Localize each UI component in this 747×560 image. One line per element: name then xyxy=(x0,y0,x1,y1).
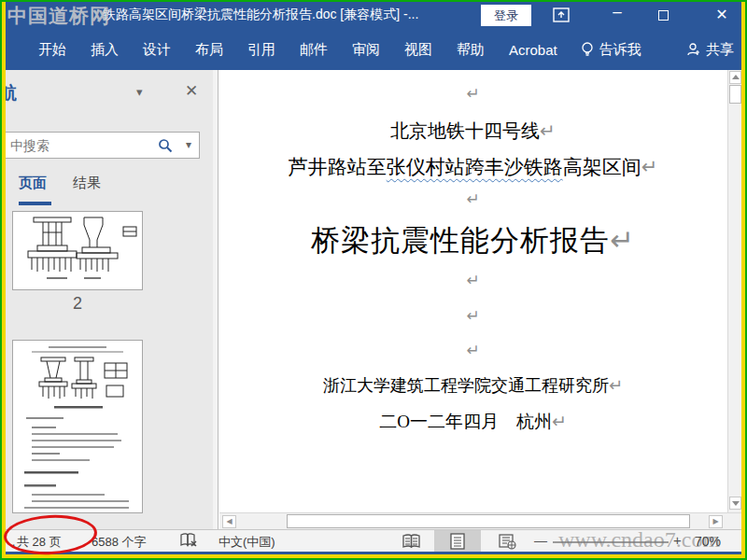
tell-me-box[interactable]: 告诉我 xyxy=(581,41,641,59)
vertical-scroll-thumb[interactable] xyxy=(729,85,741,104)
paragraph-mark: ↵ xyxy=(219,341,726,360)
vertical-scrollbar[interactable] xyxy=(727,70,741,512)
navigation-pane-title: 导航 xyxy=(6,81,17,109)
nav-tab-active-underline xyxy=(19,202,51,205)
page-thumbnail-2-number: 2 xyxy=(12,294,143,314)
window-body: 导航 ▾ ✕ 中搜索 ▾ 页面 结果 xyxy=(6,70,741,529)
scroll-up-button[interactable] xyxy=(729,71,741,84)
window-title: 铁路高架区间桥梁抗震性能分析报告.doc [兼容模式] -... xyxy=(103,7,418,23)
nav-search-input[interactable]: 中搜索 ▾ xyxy=(6,132,200,159)
paragraph-mark: ↵ xyxy=(219,306,726,326)
tab-design[interactable]: 设计 xyxy=(131,41,183,59)
doc-title: 桥梁抗震性能分析报告↵ xyxy=(219,221,726,260)
share-button[interactable]: 共享 xyxy=(686,41,734,59)
doc-line-date: 二О一二年四月 杭州↵ xyxy=(219,410,726,434)
sign-in-button[interactable]: 登录 xyxy=(481,5,531,26)
paragraph-mark: ↵ xyxy=(219,189,726,209)
tab-mailings[interactable]: 邮件 xyxy=(288,41,340,59)
page-thumbnail-2[interactable] xyxy=(12,211,143,290)
minimize-button[interactable]: – xyxy=(603,2,631,29)
document-canvas[interactable]: ↵ 北京地铁十四号线↵ 芦井路站至张仪村站跨丰沙铁路高架区间↵ ↵ 桥梁抗震性能… xyxy=(219,70,741,529)
spellcheck-wavy-underline: 张仪村站跨丰沙铁路 xyxy=(387,156,563,178)
tell-me-label: 告诉我 xyxy=(599,41,641,59)
doc-line-institute: 浙江大学建筑工程学院交通工程研究所↵ xyxy=(219,374,726,397)
tab-home[interactable]: 开始 xyxy=(26,41,78,59)
share-label: 共享 xyxy=(706,41,734,59)
ribbon-display-options-icon[interactable] xyxy=(553,7,570,22)
paragraph-mark: ↵ xyxy=(219,271,726,290)
zoom-out-button[interactable]: — xyxy=(534,533,547,548)
watermark-top-left: 中国道桥网 xyxy=(7,3,110,29)
status-language[interactable]: 中文(中国) xyxy=(218,534,275,551)
nav-tab-results[interactable]: 结果 xyxy=(73,175,101,192)
down-arrow-icon xyxy=(732,501,740,506)
title-bar: 铁路高架区间桥梁抗震性能分析报告.doc [兼容模式] -... 登录 – ✕ xyxy=(6,2,741,29)
doc-line-section: 芦井路站至张仪村站跨丰沙铁路高架区间↵ xyxy=(219,154,726,180)
tab-insert[interactable]: 插入 xyxy=(78,41,131,59)
screenshot-inner-border: 铁路高架区间桥梁抗震性能分析报告.doc [兼容模式] -... 登录 – ✕ … xyxy=(2,2,745,558)
tab-acrobat[interactable]: Acrobat xyxy=(497,42,570,58)
nav-close-icon[interactable]: ✕ xyxy=(185,81,198,101)
print-layout-button[interactable] xyxy=(434,530,481,553)
close-button[interactable]: ✕ xyxy=(706,2,738,29)
nav-search-text: 中搜索 xyxy=(10,138,49,155)
status-word-count[interactable]: 6588 个字 xyxy=(92,534,147,551)
page-thumbnail-3[interactable] xyxy=(12,340,143,513)
tab-review[interactable]: 审阅 xyxy=(340,41,392,59)
search-icon[interactable] xyxy=(158,138,173,153)
nav-pane-scrollbar[interactable] xyxy=(213,70,218,529)
tab-layout[interactable]: 布局 xyxy=(183,41,235,59)
annotation-frame: 铁路高架区间桥梁抗震性能分析报告.doc [兼容模式] -... 登录 – ✕ … xyxy=(0,0,747,560)
tab-references[interactable]: 引用 xyxy=(235,41,288,59)
horizontal-scroll-thumb[interactable] xyxy=(287,514,690,528)
nav-options-dropdown-icon[interactable]: ▾ xyxy=(136,85,143,99)
paragraph-mark: ↵ xyxy=(219,84,726,104)
up-arrow-icon xyxy=(732,75,740,79)
nav-tabs: 页面 结果 xyxy=(19,175,101,192)
tab-view[interactable]: 视图 xyxy=(392,41,444,59)
navigation-pane: 导航 ▾ ✕ 中搜索 ▾ 页面 结果 xyxy=(6,70,218,529)
maximize-button[interactable] xyxy=(650,2,678,29)
doc-line-metro: 北京地铁十四号线↵ xyxy=(219,119,726,144)
nav-tab-pages[interactable]: 页面 xyxy=(19,175,47,192)
scroll-down-button[interactable] xyxy=(729,497,741,510)
maximize-icon xyxy=(658,10,669,21)
scroll-left-button[interactable]: ◀ xyxy=(222,515,236,528)
share-person-icon xyxy=(686,42,701,57)
scroll-right-button[interactable]: ▶ xyxy=(709,515,723,528)
web-layout-button[interactable] xyxy=(491,530,523,553)
search-dropdown-icon[interactable]: ▾ xyxy=(186,138,191,151)
tab-help[interactable]: 帮助 xyxy=(444,41,497,59)
ribbon-tab-bar: 开始 插入 设计 布局 引用 邮件 审阅 视图 帮助 Acrobat 告诉我 xyxy=(6,29,741,70)
watermark-bottom-right: www.cndao7.com xyxy=(558,527,720,553)
word-window: 铁路高架区间桥梁抗震性能分析报告.doc [兼容模式] -... 登录 – ✕ … xyxy=(6,2,741,554)
proofing-errors-icon[interactable] xyxy=(179,533,198,549)
read-mode-button[interactable] xyxy=(396,530,428,553)
lightbulb-icon xyxy=(581,41,594,58)
